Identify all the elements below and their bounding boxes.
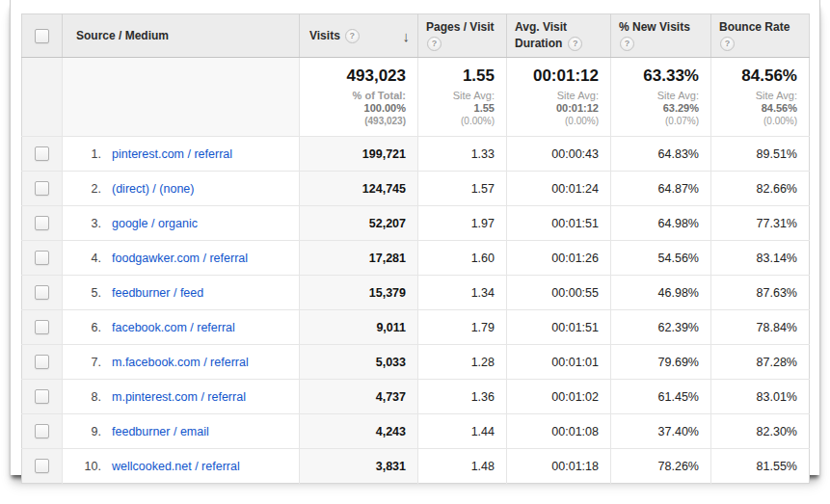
new-visits-cell: 61.45% [611, 380, 711, 414]
visits-cell: 15,379 [300, 276, 418, 310]
avg-duration-cell: 00:00:43 [507, 137, 611, 172]
table-row: 3.google / organic 52,207 1.97 00:01:51 … [22, 206, 810, 241]
col-label-duration: Duration [515, 37, 562, 50]
source-medium-link[interactable]: facebook.com / referral [112, 321, 235, 334]
new-visits-cell: 64.87% [611, 172, 711, 206]
pages-visit-cell: 1.36 [418, 380, 507, 414]
select-all-header-cell [22, 14, 63, 58]
pages-visit-cell: 1.34 [418, 276, 507, 310]
visits-cell: 3,831 [300, 449, 418, 484]
col-header-avg-visit-duration[interactable]: Avg. Visit Duration? [507, 14, 611, 58]
source-medium-link[interactable]: wellcooked.net / referral [112, 460, 240, 473]
select-all-checkbox[interactable] [35, 29, 49, 43]
visits-cell: 124,745 [300, 172, 418, 206]
col-header-bounce-rate[interactable]: Bounce Rate ? [711, 14, 810, 58]
col-label-bounce-rate: Bounce Rate [719, 20, 790, 34]
avg-duration-cell: 00:01:26 [507, 241, 611, 276]
col-label-new-visits: % New Visits [619, 20, 690, 34]
row-rank: 6. [76, 321, 101, 334]
row-checkbox[interactable] [35, 389, 49, 404]
col-header-pages-visit[interactable]: Pages / Visit ? [418, 14, 507, 58]
visits-cell: 9,011 [300, 310, 418, 345]
bounce-rate-cell: 81.55% [711, 449, 810, 484]
new-visits-cell: 54.56% [611, 241, 711, 276]
summary-new-visits-cell: 63.33% Site Avg: 63.29% (0.07%) [611, 58, 711, 137]
avg-duration-cell: 00:01:51 [507, 310, 611, 345]
traffic-sources-table: Source / Medium Visits ? ↓ Pages / Visit… [21, 13, 810, 484]
row-checkbox[interactable] [35, 181, 49, 196]
visits-cell: 4,243 [300, 414, 418, 449]
col-label-pages-visit: Pages / Visit [426, 20, 494, 34]
analytics-report-card: Source / Medium Visits ? ↓ Pages / Visit… [10, 0, 820, 475]
row-checkbox[interactable] [35, 216, 49, 230]
screenshot-stage: Source / Medium Visits ? ↓ Pages / Visit… [0, 0, 830, 504]
col-label-avg-visit: Avg. Visit [515, 20, 567, 34]
table-row: 5.feedburner / feed 15,379 1.34 00:00:55… [22, 276, 810, 310]
help-icon[interactable]: ? [720, 37, 735, 51]
avg-duration-cell: 00:01:24 [507, 172, 611, 206]
visits-cell: 52,207 [300, 206, 418, 241]
new-visits-cell: 37.40% [611, 414, 711, 449]
help-icon[interactable]: ? [620, 37, 634, 51]
row-checkbox[interactable] [35, 285, 49, 300]
table-row: 9.feedburner / email 4,243 1.44 00:01:08… [22, 414, 810, 449]
summary-row: 493,023 % of Total: 100.00% (493,023) 1.… [22, 58, 810, 137]
row-rank: 8. [76, 390, 101, 404]
source-medium-link[interactable]: google / organic [112, 217, 198, 230]
bounce-rate-cell: 82.30% [711, 414, 810, 449]
row-checkbox[interactable] [35, 146, 49, 161]
table-row: 1.pinterest.com / referral 199,721 1.33 … [22, 137, 810, 172]
summary-checkbox-cell [22, 58, 63, 137]
pages-visit-cell: 1.60 [418, 241, 507, 276]
summary-source-cell [63, 58, 300, 137]
sort-desc-icon[interactable]: ↓ [403, 29, 411, 43]
table-row: 8.m.pinterest.com / referral 4,737 1.36 … [22, 380, 810, 414]
avg-duration-cell: 00:01:02 [507, 380, 611, 414]
row-checkbox[interactable] [35, 320, 49, 334]
source-medium-link[interactable]: feedburner / feed [112, 286, 203, 300]
bounce-rate-cell: 83.01% [711, 380, 810, 414]
bounce-rate-cell: 87.28% [711, 345, 810, 380]
bounce-rate-cell: 82.66% [711, 172, 810, 206]
col-header-visits[interactable]: Visits ? ↓ [300, 14, 418, 58]
bounce-rate-cell: 89.51% [711, 137, 810, 172]
summary-bounce-rate-cell: 84.56% Site Avg: 84.56% (0.00%) [711, 58, 810, 137]
help-icon[interactable]: ? [427, 37, 442, 51]
table-header-row: Source / Medium Visits ? ↓ Pages / Visit… [22, 14, 810, 58]
visits-cell: 4,737 [300, 380, 418, 414]
visits-cell: 5,033 [300, 345, 418, 380]
source-medium-link[interactable]: m.facebook.com / referral [112, 356, 249, 369]
row-rank: 10. [76, 460, 101, 473]
help-icon[interactable]: ? [345, 29, 360, 43]
row-rank: 3. [76, 217, 101, 230]
row-checkbox[interactable] [35, 459, 49, 473]
col-header-new-visits[interactable]: % New Visits ? [611, 14, 711, 58]
avg-duration-cell: 00:00:55 [507, 276, 611, 310]
avg-duration-cell: 00:01:01 [507, 345, 611, 380]
pages-visit-cell: 1.48 [418, 449, 507, 484]
table-row: 10.wellcooked.net / referral 3,831 1.48 … [22, 449, 810, 484]
pages-visit-cell: 1.28 [418, 345, 507, 380]
bounce-rate-cell: 87.63% [711, 276, 810, 310]
row-checkbox[interactable] [35, 251, 49, 265]
row-checkbox[interactable] [35, 355, 49, 369]
new-visits-cell: 46.98% [611, 276, 711, 310]
source-medium-link[interactable]: m.pinterest.com / referral [112, 390, 246, 404]
source-medium-link[interactable]: pinterest.com / referral [112, 147, 232, 161]
source-medium-link[interactable]: (direct) / (none) [112, 182, 194, 196]
bounce-rate-cell: 83.14% [711, 241, 810, 276]
row-rank: 7. [76, 356, 101, 369]
row-checkbox[interactable] [35, 424, 49, 438]
source-medium-link[interactable]: foodgawker.com / referral [112, 252, 248, 265]
row-rank: 5. [76, 286, 101, 300]
help-icon[interactable]: ? [568, 37, 582, 51]
summary-avg-duration-cell: 00:01:12 Site Avg: 00:01:12 (0.00%) [507, 58, 611, 137]
row-rank: 1. [76, 147, 101, 161]
visits-cell: 17,281 [300, 241, 418, 276]
source-medium-link[interactable]: feedburner / email [112, 425, 209, 438]
col-header-source-medium[interactable]: Source / Medium [63, 14, 300, 58]
visits-cell: 199,721 [300, 137, 418, 172]
pages-visit-cell: 1.57 [418, 172, 507, 206]
table-row: 2.(direct) / (none) 124,745 1.57 00:01:2… [22, 172, 810, 206]
pages-visit-cell: 1.97 [418, 206, 507, 241]
